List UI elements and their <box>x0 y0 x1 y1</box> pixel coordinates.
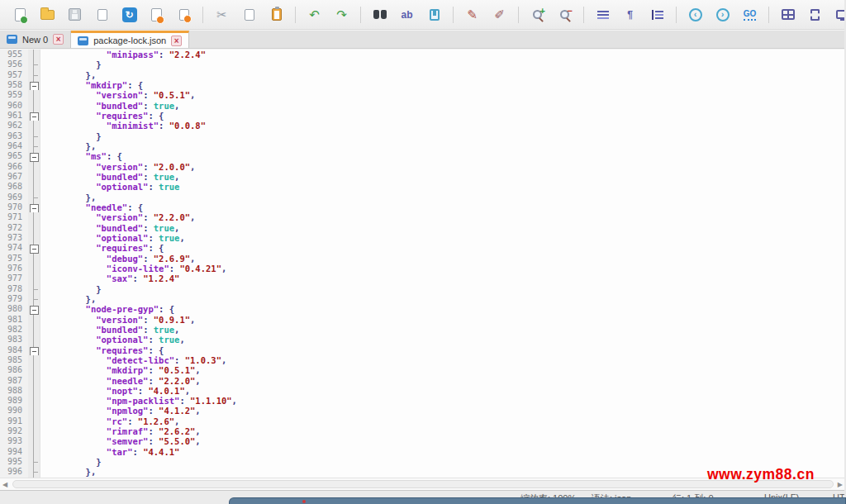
line-number: 964 <box>0 141 28 151</box>
code-line[interactable]: 981 "version": "0.9.1", <box>0 315 844 325</box>
code-line[interactable]: 970 "needle": { <box>0 202 844 212</box>
code-text: }, <box>40 141 96 151</box>
code-text: "version": "0.9.1", <box>40 315 195 325</box>
code-editor[interactable]: 955 "minipass": "2.2.4"956 }957 },958 "m… <box>0 50 844 478</box>
close-all-icon[interactable] <box>173 4 195 26</box>
scroll-left-icon[interactable]: ◀ <box>2 481 7 488</box>
code-line[interactable]: 973 "optional": true, <box>0 233 844 243</box>
find-icon[interactable] <box>369 4 391 26</box>
code-line[interactable]: 991 "rc": "1.2.6", <box>0 416 844 426</box>
fold-margin <box>28 457 40 467</box>
save-all-icon[interactable] <box>92 4 113 26</box>
forward-icon[interactable]: › <box>712 4 734 26</box>
code-line[interactable]: 988 "nopt": "4.0.1", <box>0 386 844 396</box>
code-text: } <box>40 59 102 69</box>
scroll-right-icon[interactable]: ▶ <box>838 481 843 488</box>
code-line[interactable]: 968 "optional": true <box>0 182 844 192</box>
fold-margin <box>28 182 40 192</box>
code-line[interactable]: 975 "debug": "2.6.9", <box>0 254 844 264</box>
fold-toggle[interactable] <box>28 111 40 121</box>
code-line[interactable]: 987 "needle": "2.2.0", <box>0 376 844 386</box>
code-line[interactable]: 961 "requires": { <box>0 111 844 121</box>
fold-toggle[interactable] <box>28 243 40 253</box>
line-number: 979 <box>0 294 28 304</box>
goto-line-icon[interactable]: GO <box>739 4 761 26</box>
code-line[interactable]: 955 "minipass": "2.2.4" <box>0 50 844 59</box>
code-line[interactable]: 980 "node-pre-gyp": { <box>0 304 844 314</box>
tab-new-0[interactable]: New 0 × <box>0 31 71 48</box>
zoom-out-icon[interactable] <box>554 4 576 26</box>
close-tab-icon[interactable]: × <box>53 34 64 45</box>
code-line[interactable]: 959 "version": "0.5.1", <box>0 90 844 100</box>
fold-toggle[interactable] <box>28 304 40 314</box>
code-line[interactable]: 989 "npm-packlist": "1.1.10", <box>0 396 844 406</box>
code-line[interactable]: 967 "bundled": true, <box>0 172 844 182</box>
code-line[interactable]: 985 "detect-libc": "1.0.3", <box>0 355 844 365</box>
save-icon[interactable] <box>64 4 86 26</box>
fold-toggle[interactable] <box>28 202 40 212</box>
code-line[interactable]: 976 "iconv-lite": "0.4.21", <box>0 264 844 273</box>
code-text: "needle": { <box>40 202 143 212</box>
code-text: "nopt": "4.0.1", <box>40 386 190 396</box>
code-line[interactable]: 994 "tar": "4.4.1" <box>0 447 844 457</box>
reload-icon[interactable]: ↻ <box>119 4 140 26</box>
code-text: "node-pre-gyp": { <box>40 304 174 314</box>
show-symbol-icon[interactable]: ¶ <box>620 4 641 26</box>
paste-icon[interactable] <box>266 4 288 26</box>
code-line[interactable]: 972 "bundled": true, <box>0 223 844 233</box>
fold-margin <box>28 101 40 111</box>
fold-margin <box>28 447 40 457</box>
close-file-icon[interactable] <box>146 4 168 26</box>
clear-mark-icon[interactable]: ✐ <box>489 4 511 26</box>
code-line[interactable]: 986 "mkdirp": "0.5.1", <box>0 365 844 375</box>
open-file-icon[interactable] <box>37 4 59 26</box>
toolbar: ↻✂↶↷ab✎✐¶‹›GO[T] <box>0 0 846 30</box>
zoom-in-icon[interactable] <box>527 4 549 26</box>
code-line[interactable]: 966 "version": "2.0.0", <box>0 162 844 172</box>
code-line[interactable]: 984 "requires": { <box>0 345 844 355</box>
code-line[interactable]: 983 "optional": true, <box>0 335 844 345</box>
undo-icon[interactable]: ↶ <box>304 4 326 26</box>
cut-icon[interactable]: ✂ <box>212 4 233 26</box>
split-view-icon[interactable] <box>777 4 799 26</box>
code-line[interactable]: 974 "requires": { <box>0 243 844 253</box>
code-line[interactable]: 964 }, <box>0 141 844 151</box>
code-line[interactable]: 992 "rimraf": "2.6.2", <box>0 426 844 436</box>
code-line[interactable]: 957 }, <box>0 70 844 80</box>
indent-guide-icon[interactable] <box>647 4 668 26</box>
replace-icon[interactable]: ab <box>397 4 418 26</box>
code-line[interactable]: 958 "mkdirp": { <box>0 80 844 90</box>
mark-pen-icon[interactable]: ✎ <box>462 4 483 26</box>
line-number: 996 <box>0 467 28 477</box>
fold-toggle[interactable] <box>28 151 40 161</box>
new-file-icon[interactable] <box>10 4 31 26</box>
code-line[interactable]: 971 "version": "2.2.0", <box>0 212 844 222</box>
code-line[interactable]: 982 "bundled": true, <box>0 325 844 335</box>
code-line[interactable]: 962 "minimist": "0.0.8" <box>0 121 844 131</box>
bookmark-icon[interactable] <box>424 4 445 26</box>
code-line[interactable]: 963 } <box>0 131 844 141</box>
redo-icon[interactable]: ↷ <box>331 4 353 26</box>
code-line[interactable]: 990 "npmlog": "4.1.2", <box>0 406 844 416</box>
code-line[interactable]: 956 } <box>0 59 844 69</box>
toolbar-separator <box>583 7 584 23</box>
back-icon[interactable]: ‹ <box>685 4 706 26</box>
code-line[interactable]: 969 }, <box>0 193 844 202</box>
fold-toggle[interactable] <box>28 80 40 90</box>
code-line[interactable]: 978 } <box>0 284 844 294</box>
toolbar-separator <box>202 7 203 23</box>
close-tab-icon[interactable]: × <box>171 36 182 46</box>
code-line[interactable]: 993 "semver": "5.5.0", <box>0 436 844 446</box>
line-number: 981 <box>0 315 28 325</box>
fold-toggle[interactable] <box>28 345 40 355</box>
code-line[interactable]: 979 }, <box>0 294 844 304</box>
code-line[interactable]: 965 "ms": { <box>0 151 844 161</box>
zen-mode-icon[interactable] <box>805 4 826 26</box>
tab-label: package-lock.json <box>93 36 166 45</box>
code-text: } <box>40 131 102 141</box>
copy-icon[interactable] <box>239 4 260 26</box>
tab-package-lock-json[interactable]: package-lock.json × <box>71 31 189 48</box>
code-line[interactable]: 960 "bundled": true, <box>0 101 844 111</box>
code-line[interactable]: 977 "sax": "1.2.4" <box>0 273 844 283</box>
word-wrap-icon[interactable] <box>592 4 614 26</box>
